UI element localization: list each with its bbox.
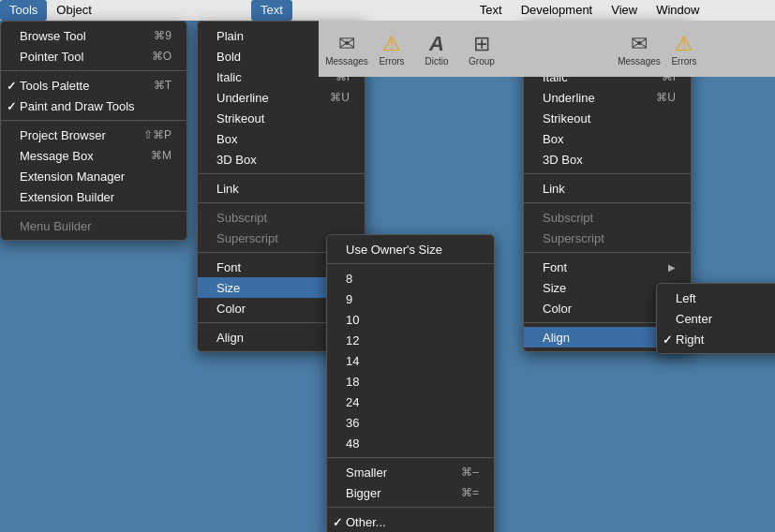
text-link[interactable]: Link (198, 178, 365, 199)
rtext-superscript[interactable]: Superscript (524, 228, 691, 248)
size-9[interactable]: 9 (327, 288, 494, 309)
text-strikeout[interactable]: Strikeout (198, 108, 365, 128)
rtext-3dbox[interactable]: 3D Box (524, 149, 691, 170)
text-color-label: Color (216, 302, 246, 316)
tools-palette-shortcut: ⌘T (154, 79, 171, 92)
tools-palette-label: Tools Palette (20, 79, 89, 93)
menubar-window[interactable]: Window (647, 0, 708, 21)
message-box[interactable]: Message Box ⌘M (1, 145, 186, 166)
group-icon: ⊞ (473, 32, 490, 56)
menubar-object[interactable]: Object (47, 0, 101, 21)
project-browser-shortcut: ⇧⌘P (143, 128, 171, 141)
size-smaller[interactable]: Smaller ⌘– (327, 462, 494, 482)
messages-label: Messages (325, 56, 368, 66)
rsep-t2 (524, 202, 691, 203)
toolbar-group[interactable]: ⊞ Group (461, 32, 502, 66)
text-italic-label: Italic (216, 70, 242, 84)
size-8[interactable]: 8 (327, 268, 494, 288)
menu-builder[interactable]: Menu Builder (1, 215, 186, 236)
menubar-text-right[interactable]: Text (470, 0, 512, 21)
align-left[interactable]: Left ⇧⌘L (657, 288, 775, 308)
size-12[interactable]: 12 (327, 330, 494, 350)
rfont-arrow-icon: ▶ (668, 262, 676, 273)
messages-right-label: Messages (618, 56, 661, 66)
toolbar-dictio[interactable]: A Dictio (416, 32, 457, 66)
align-center[interactable]: Center ⇧⌘C (657, 308, 775, 329)
size-10[interactable]: 10 (327, 309, 494, 330)
tools-palette[interactable]: ✓ Tools Palette ⌘T (1, 75, 186, 96)
dictio-label: Dictio (425, 56, 448, 66)
size-owner[interactable]: Use Owner's Size (327, 239, 494, 259)
size-48[interactable]: 48 (327, 433, 494, 453)
size-14[interactable]: 14 (327, 350, 494, 371)
pointer-tool-label: Pointer Tool (20, 50, 83, 64)
browse-tool-shortcut: ⌘9 (154, 29, 171, 42)
text-underline[interactable]: Underline ⌘U (198, 87, 365, 108)
toolbar-errors-right[interactable]: ⚠ Errors (663, 32, 705, 66)
align-submenu: Left ⇧⌘L Center ⇧⌘C ✓ Right ⇧⌘R (656, 283, 775, 354)
rtext-link[interactable]: Link (524, 178, 691, 199)
text-subscript[interactable]: Subscript (198, 207, 365, 228)
text-link-label: Link (216, 182, 239, 196)
sep-s2 (327, 507, 494, 508)
extension-builder[interactable]: Extension Builder (1, 186, 186, 207)
extension-builder-label: Extension Builder (20, 190, 114, 204)
menubar: Tools Object Text Text Development View … (0, 0, 775, 21)
errors-right-label: Errors (671, 56, 696, 66)
toolbar: ✉ Messages ⚠ Errors A Dictio ⊞ Group ✉ M… (319, 21, 775, 77)
message-box-shortcut: ⌘M (151, 149, 171, 162)
text-plain-label: Plain (216, 29, 244, 43)
paint-draw-tools[interactable]: ✓ Paint and Draw Tools (1, 96, 186, 116)
size-other-label: Other... (346, 515, 386, 529)
extension-manager[interactable]: Extension Manager (1, 166, 186, 186)
messages-icon: ✉ (338, 32, 355, 56)
rtext-font[interactable]: Font ▶ (524, 257, 691, 277)
menubar-tools[interactable]: Tools (0, 0, 47, 21)
sep-t1 (198, 173, 365, 174)
sep3 (1, 211, 186, 212)
menubar-view[interactable]: View (602, 0, 647, 21)
errors-icon: ⚠ (382, 32, 401, 56)
paint-draw-tools-label: Paint and Draw Tools (20, 99, 135, 113)
text-superscript-label: Superscript (216, 231, 278, 245)
text-3dbox-label: 3D Box (216, 153, 257, 167)
menubar-text-left[interactable]: Text (251, 0, 292, 21)
size-18[interactable]: 18 (327, 371, 494, 392)
text-box-label: Box (216, 132, 237, 146)
size-bigger-label: Bigger (346, 486, 381, 500)
project-browser[interactable]: Project Browser ⇧⌘P (1, 125, 186, 145)
rtext-box[interactable]: Box (524, 128, 691, 149)
sep2 (1, 120, 186, 121)
size-owner-label: Use Owner's Size (346, 243, 442, 257)
size-36[interactable]: 36 (327, 412, 494, 433)
errors-label: Errors (379, 56, 404, 66)
text-bold-label: Bold (216, 50, 241, 64)
rtext-subscript[interactable]: Subscript (524, 207, 691, 228)
rtext-underline[interactable]: Underline ⌘U (524, 87, 691, 108)
dictio-icon: A (429, 32, 444, 56)
align-center-label: Center (676, 312, 712, 326)
size-other[interactable]: ✓ Other... (327, 511, 494, 532)
text-align-label: Align (216, 331, 244, 345)
group-label: Group (469, 56, 495, 66)
rsep-t3 (524, 252, 691, 253)
text-strikeout-label: Strikeout (216, 111, 264, 126)
pointer-tool[interactable]: Pointer Tool ⌘O (1, 46, 186, 66)
toolbar-messages-left[interactable]: ✉ Messages (326, 32, 367, 66)
align-right-label: Right (676, 332, 704, 347)
toolbar-right: ✉ Messages ⚠ Errors (619, 32, 705, 66)
align-right[interactable]: ✓ Right ⇧⌘R (657, 329, 775, 349)
text-underline-label: Underline (216, 91, 269, 105)
size-24[interactable]: 24 (327, 392, 494, 412)
size-smaller-label: Smaller (346, 466, 387, 480)
text-font-label: Font (216, 260, 241, 274)
toolbar-errors-left[interactable]: ⚠ Errors (371, 32, 412, 66)
size-bigger[interactable]: Bigger ⌘= (327, 482, 494, 503)
text-3dbox[interactable]: 3D Box (198, 149, 365, 170)
text-box[interactable]: Box (198, 128, 365, 149)
browse-tool[interactable]: Browse Tool ⌘9 (1, 25, 186, 46)
pointer-tool-shortcut: ⌘O (152, 50, 171, 63)
toolbar-messages-right[interactable]: ✉ Messages (619, 32, 660, 66)
menubar-development[interactable]: Development (512, 0, 603, 21)
rtext-strikeout[interactable]: Strikeout (524, 108, 691, 128)
